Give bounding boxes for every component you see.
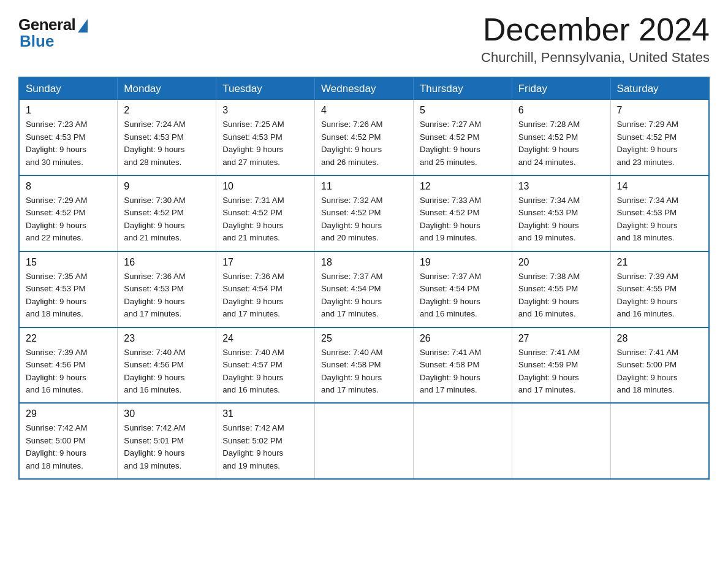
calendar-cell: 25Sunrise: 7:40 AMSunset: 4:58 PMDayligh…: [315, 327, 414, 404]
day-info: Sunrise: 7:34 AMSunset: 4:53 PMDaylight:…: [518, 194, 604, 245]
day-number: 9: [124, 181, 210, 192]
calendar-cell: 5Sunrise: 7:27 AMSunset: 4:52 PMDaylight…: [413, 100, 512, 175]
day-info: Sunrise: 7:31 AMSunset: 4:52 PMDaylight:…: [222, 194, 308, 245]
day-info: Sunrise: 7:39 AMSunset: 4:56 PMDaylight:…: [26, 347, 111, 397]
logo-triangle-icon: [78, 19, 88, 33]
day-number: 14: [617, 181, 702, 192]
weekday-header-monday: Monday: [118, 77, 216, 100]
day-number: 2: [124, 105, 210, 116]
logo-blue-text: Blue: [18, 32, 54, 51]
day-number: 11: [321, 181, 407, 192]
calendar-cell: 31Sunrise: 7:42 AMSunset: 5:02 PMDayligh…: [216, 403, 315, 479]
calendar-cell: 1Sunrise: 7:23 AMSunset: 4:53 PMDaylight…: [19, 100, 118, 175]
day-info: Sunrise: 7:34 AMSunset: 4:53 PMDaylight:…: [617, 194, 702, 245]
day-number: 22: [26, 333, 111, 344]
day-info: Sunrise: 7:42 AMSunset: 5:00 PMDaylight:…: [26, 422, 111, 472]
week-row-5: 29Sunrise: 7:42 AMSunset: 5:00 PMDayligh…: [19, 403, 709, 479]
calendar-cell: 22Sunrise: 7:39 AMSunset: 4:56 PMDayligh…: [19, 327, 118, 404]
day-info: Sunrise: 7:37 AMSunset: 4:54 PMDaylight:…: [321, 270, 407, 321]
calendar-cell: 9Sunrise: 7:30 AMSunset: 4:52 PMDaylight…: [118, 175, 216, 251]
day-number: 21: [617, 257, 702, 268]
weekday-header-thursday: Thursday: [413, 77, 512, 100]
day-info: Sunrise: 7:40 AMSunset: 4:56 PMDaylight:…: [124, 347, 210, 397]
day-info: Sunrise: 7:32 AMSunset: 4:52 PMDaylight:…: [321, 194, 407, 245]
day-number: 27: [518, 333, 604, 344]
calendar-cell: 15Sunrise: 7:35 AMSunset: 4:53 PMDayligh…: [19, 251, 118, 327]
calendar-cell: 13Sunrise: 7:34 AMSunset: 4:53 PMDayligh…: [512, 175, 610, 251]
day-number: 13: [518, 181, 604, 192]
day-number: 19: [420, 257, 506, 268]
logo: General Blue: [18, 12, 88, 51]
day-number: 3: [222, 105, 308, 116]
calendar-cell: [610, 403, 709, 479]
day-info: Sunrise: 7:25 AMSunset: 4:53 PMDaylight:…: [222, 118, 308, 169]
day-number: 18: [321, 257, 407, 268]
calendar-cell: 30Sunrise: 7:42 AMSunset: 5:01 PMDayligh…: [118, 403, 216, 479]
day-number: 24: [222, 333, 308, 344]
weekday-header-row: SundayMondayTuesdayWednesdayThursdayFrid…: [19, 77, 709, 100]
day-number: 7: [617, 105, 702, 116]
calendar-cell: 12Sunrise: 7:33 AMSunset: 4:52 PMDayligh…: [413, 175, 512, 251]
calendar-cell: 14Sunrise: 7:34 AMSunset: 4:53 PMDayligh…: [610, 175, 709, 251]
calendar-cell: 17Sunrise: 7:36 AMSunset: 4:54 PMDayligh…: [216, 251, 315, 327]
day-number: 17: [222, 257, 308, 268]
title-block: December 2024 Churchill, Pennsylvania, U…: [481, 12, 710, 66]
calendar-cell: 2Sunrise: 7:24 AMSunset: 4:53 PMDaylight…: [118, 100, 216, 175]
day-number: 16: [124, 257, 210, 268]
day-info: Sunrise: 7:41 AMSunset: 4:58 PMDaylight:…: [420, 347, 506, 397]
day-info: Sunrise: 7:28 AMSunset: 4:52 PMDaylight:…: [518, 118, 604, 169]
day-number: 23: [124, 333, 210, 344]
day-info: Sunrise: 7:30 AMSunset: 4:52 PMDaylight:…: [124, 194, 210, 245]
week-row-4: 22Sunrise: 7:39 AMSunset: 4:56 PMDayligh…: [19, 327, 709, 404]
week-row-2: 8Sunrise: 7:29 AMSunset: 4:52 PMDaylight…: [19, 175, 709, 251]
weekday-header-saturday: Saturday: [610, 77, 709, 100]
week-row-1: 1Sunrise: 7:23 AMSunset: 4:53 PMDaylight…: [19, 100, 709, 175]
calendar-cell: 7Sunrise: 7:29 AMSunset: 4:52 PMDaylight…: [610, 100, 709, 175]
calendar-cell: [512, 403, 610, 479]
day-number: 25: [321, 333, 407, 344]
day-info: Sunrise: 7:38 AMSunset: 4:55 PMDaylight:…: [518, 270, 604, 321]
calendar-cell: 3Sunrise: 7:25 AMSunset: 4:53 PMDaylight…: [216, 100, 315, 175]
day-info: Sunrise: 7:29 AMSunset: 4:52 PMDaylight:…: [617, 118, 702, 169]
calendar-cell: 16Sunrise: 7:36 AMSunset: 4:53 PMDayligh…: [118, 251, 216, 327]
location-title: Churchill, Pennsylvania, United States: [481, 50, 710, 66]
day-number: 30: [124, 408, 210, 419]
day-number: 1: [26, 105, 111, 116]
day-info: Sunrise: 7:40 AMSunset: 4:57 PMDaylight:…: [222, 347, 308, 397]
calendar-cell: 23Sunrise: 7:40 AMSunset: 4:56 PMDayligh…: [118, 327, 216, 404]
day-info: Sunrise: 7:29 AMSunset: 4:52 PMDaylight:…: [26, 194, 111, 245]
day-number: 4: [321, 105, 407, 116]
calendar-cell: 28Sunrise: 7:41 AMSunset: 5:00 PMDayligh…: [610, 327, 709, 404]
day-number: 15: [26, 257, 111, 268]
weekday-header-tuesday: Tuesday: [216, 77, 315, 100]
day-info: Sunrise: 7:27 AMSunset: 4:52 PMDaylight:…: [420, 118, 506, 169]
calendar-cell: [315, 403, 414, 479]
month-title: December 2024: [481, 12, 710, 47]
calendar-cell: 11Sunrise: 7:32 AMSunset: 4:52 PMDayligh…: [315, 175, 414, 251]
day-info: Sunrise: 7:35 AMSunset: 4:53 PMDaylight:…: [26, 270, 111, 321]
calendar-cell: 18Sunrise: 7:37 AMSunset: 4:54 PMDayligh…: [315, 251, 414, 327]
calendar-cell: 27Sunrise: 7:41 AMSunset: 4:59 PMDayligh…: [512, 327, 610, 404]
day-info: Sunrise: 7:39 AMSunset: 4:55 PMDaylight:…: [617, 270, 702, 321]
weekday-header-wednesday: Wednesday: [315, 77, 414, 100]
day-number: 28: [617, 333, 702, 344]
calendar-cell: 24Sunrise: 7:40 AMSunset: 4:57 PMDayligh…: [216, 327, 315, 404]
day-number: 20: [518, 257, 604, 268]
calendar-cell: 21Sunrise: 7:39 AMSunset: 4:55 PMDayligh…: [610, 251, 709, 327]
day-info: Sunrise: 7:26 AMSunset: 4:52 PMDaylight:…: [321, 118, 407, 169]
weekday-header-friday: Friday: [512, 77, 610, 100]
day-info: Sunrise: 7:23 AMSunset: 4:53 PMDaylight:…: [26, 118, 111, 169]
day-info: Sunrise: 7:24 AMSunset: 4:53 PMDaylight:…: [124, 118, 210, 169]
day-info: Sunrise: 7:36 AMSunset: 4:54 PMDaylight:…: [222, 270, 308, 321]
calendar-cell: 29Sunrise: 7:42 AMSunset: 5:00 PMDayligh…: [19, 403, 118, 479]
day-info: Sunrise: 7:42 AMSunset: 5:01 PMDaylight:…: [124, 422, 210, 472]
week-row-3: 15Sunrise: 7:35 AMSunset: 4:53 PMDayligh…: [19, 251, 709, 327]
day-number: 12: [420, 181, 506, 192]
day-info: Sunrise: 7:41 AMSunset: 4:59 PMDaylight:…: [518, 347, 604, 397]
day-number: 26: [420, 333, 506, 344]
calendar-cell: [413, 403, 512, 479]
calendar-cell: 6Sunrise: 7:28 AMSunset: 4:52 PMDaylight…: [512, 100, 610, 175]
calendar-cell: 26Sunrise: 7:41 AMSunset: 4:58 PMDayligh…: [413, 327, 512, 404]
day-info: Sunrise: 7:36 AMSunset: 4:53 PMDaylight:…: [124, 270, 210, 321]
day-info: Sunrise: 7:33 AMSunset: 4:52 PMDaylight:…: [420, 194, 506, 245]
